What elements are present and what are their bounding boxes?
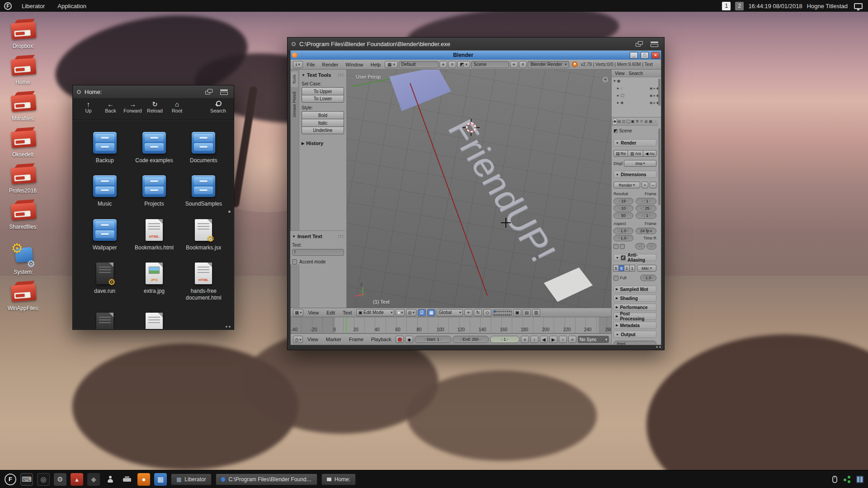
manipulator-rotate-toggle[interactable]: ↻ <box>474 309 482 316</box>
add-preset-button[interactable]: + <box>642 182 648 188</box>
task-liberator[interactable]: ▦ Liberator <box>171 474 212 485</box>
snap-magnet-toggle[interactable]: Ω <box>418 309 426 316</box>
outliner-row[interactable]: ▾◉ <box>612 77 661 84</box>
tab-physics-icon[interactable]: ◌ <box>653 118 657 125</box>
time-remap-new-field[interactable]: ‹› <box>646 243 656 249</box>
desktop-icon-system[interactable]: ⚙⚙ System: <box>4 245 43 275</box>
tab-scene-icon[interactable]: ◫ <box>622 118 626 125</box>
sampled-motion-blur-panel-header[interactable]: ▶Sampled Mot <box>613 286 656 293</box>
to-lower-button[interactable]: To Lower <box>302 95 344 103</box>
window-menu-icon[interactable] <box>292 42 296 46</box>
metadata-panel-header[interactable]: ▶Metadata <box>613 322 656 329</box>
manipulator-translate-toggle[interactable]: + <box>464 309 472 316</box>
timeline-menu-marker[interactable]: Marker <box>323 337 344 342</box>
accent-mode-checkbox[interactable] <box>292 259 297 264</box>
aa-samples-16-button[interactable]: 1 <box>629 265 635 272</box>
scrollbar-dot[interactable] <box>228 211 231 213</box>
play-button[interactable]: ▶ <box>549 336 557 343</box>
minimize-button[interactable]: _ <box>630 52 638 59</box>
shading-panel-header[interactable]: ▶Shading <box>613 295 656 302</box>
tab-grease-pencil[interactable]: Grease Pencil <box>291 89 298 121</box>
panel-drag-dots[interactable] <box>338 73 344 77</box>
wine-titlebar[interactable]: Blender _ □ × <box>291 51 661 60</box>
performance-panel-header[interactable]: ▶Performance <box>613 304 656 311</box>
task-home[interactable]: Home: <box>321 474 356 485</box>
audio-button[interactable]: ◀Au <box>643 150 656 157</box>
desktop-icon-mitrafiles[interactable]: Mitrafiles: <box>4 91 43 122</box>
add-scene-button[interactable]: + <box>510 61 518 68</box>
dimensions-preset-dropdown[interactable]: Render▾ <box>613 182 640 188</box>
outliner-row[interactable]: ▸▢◉▸◆ <box>612 92 661 99</box>
menu-window[interactable]: Window <box>342 62 366 67</box>
sync-dropdown[interactable]: No Sync▾ <box>578 336 609 343</box>
render-panel-header[interactable]: ▼Render <box>613 139 656 146</box>
resolution-percentage-field[interactable]: 50 <box>613 212 633 219</box>
lock-toggle[interactable]: ▣ <box>513 309 521 316</box>
bold-button[interactable]: Bold <box>302 111 344 119</box>
viewport-menu-text[interactable]: Text <box>340 310 355 315</box>
keyboard-icon[interactable]: ⌨ <box>20 473 33 486</box>
viewport-shading-dropdown[interactable]: ●▾ <box>396 309 405 316</box>
window-depth-button[interactable] <box>203 88 215 96</box>
menu-application[interactable]: Application <box>51 0 93 12</box>
apps-grid-icon[interactable] <box>856 476 863 483</box>
workspace-1-button[interactable]: 1 <box>722 2 731 10</box>
outliner-menu-search[interactable]: Search <box>629 71 643 76</box>
full-sample-checkbox[interactable] <box>613 276 618 281</box>
jump-to-end-button[interactable]: » <box>568 336 576 343</box>
file-item[interactable]: Projects <box>130 175 178 207</box>
screen-layout-field[interactable]: Default <box>399 61 439 68</box>
text-tools-panel-header[interactable]: ▼Text Tools <box>302 71 344 79</box>
render-engine-dropdown[interactable]: Blender Render▾ <box>528 61 569 68</box>
file-item[interactable]: HTML hands-free document.html <box>179 263 228 301</box>
back-button[interactable]: ←Back <box>99 100 122 113</box>
delete-scene-button[interactable]: × <box>519 61 527 68</box>
orientation-dropdown[interactable]: Global▾ <box>437 309 463 316</box>
insert-text-input[interactable]: ! <box>292 249 344 256</box>
frame-start-field[interactable]: ‹Start:1› <box>415 336 451 343</box>
play-reverse-button[interactable]: ◀ <box>540 336 548 343</box>
outliner-menu-view[interactable]: View <box>615 71 625 76</box>
task-blender[interactable]: C:\Program Files\Blender Founda... <box>216 474 317 485</box>
scene-browse-button[interactable]: ◩▾ <box>457 61 470 68</box>
viewport-3d[interactable]: FriendUP! User Persp y <box>347 70 611 308</box>
file-item-partial[interactable] <box>80 313 129 329</box>
remove-preset-button[interactable]: − <box>650 182 656 188</box>
up-button[interactable]: ↑Up <box>77 100 99 113</box>
file-item[interactable]: Backup <box>80 132 129 164</box>
window-shade-button[interactable] <box>218 88 230 96</box>
crop-checkbox[interactable] <box>620 244 625 249</box>
desktop-icon-profes2016[interactable]: Profes2016: <box>4 164 43 194</box>
file-item[interactable]: Documents <box>179 132 228 164</box>
border-checkbox[interactable] <box>613 244 618 249</box>
red-app-icon[interactable]: ▴ <box>71 473 83 486</box>
keying-set-button[interactable]: ◆ <box>405 336 413 343</box>
file-item[interactable]: ⚙ Bookmarks.jsx <box>179 219 228 251</box>
tab-render-icon[interactable]: ◉ <box>613 118 617 125</box>
menu-file[interactable]: File <box>304 62 318 67</box>
mode-dropdown[interactable]: ▣Edit Mode▾ <box>356 309 394 316</box>
tab-texture-icon[interactable]: ▦ <box>648 118 653 125</box>
panel-drag-dots[interactable] <box>338 235 344 238</box>
reload-button[interactable]: ↻Reload <box>144 100 166 113</box>
delete-layout-button[interactable]: × <box>448 61 456 68</box>
output-path-field[interactable]: /tmp\ <box>613 341 656 345</box>
antialiasing-checkbox[interactable]: ✓ <box>621 255 626 260</box>
screen-layout-browse-button[interactable]: ▦▾ <box>385 61 397 68</box>
search-button[interactable]: Search <box>207 100 229 113</box>
resolution-x-field[interactable]: ‹19› <box>613 198 633 204</box>
outliner-row[interactable]: ▸◌◉▸◆ <box>612 84 661 92</box>
forward-button[interactable]: →Forward <box>122 100 144 113</box>
editor-type-button[interactable]: i▾ <box>293 61 303 68</box>
output-panel-header[interactable]: ▼Output <box>613 331 656 338</box>
share-network-icon[interactable] <box>843 476 850 483</box>
file-item[interactable]: Music <box>80 175 129 207</box>
aspect-y-field[interactable]: ‹1.0› <box>613 235 633 241</box>
desktop-icon-sharedfiles[interactable]: Sharedfiles: <box>4 200 43 230</box>
timeline-menu-playback[interactable]: Playback <box>368 337 395 342</box>
file-item[interactable]: ⚙ dave.run <box>80 263 129 301</box>
window-titlebar[interactable]: Home: <box>73 85 234 98</box>
window-shade-button[interactable] <box>648 40 660 48</box>
media-app-icon[interactable]: ● <box>137 473 150 486</box>
printer-icon[interactable] <box>121 473 133 486</box>
